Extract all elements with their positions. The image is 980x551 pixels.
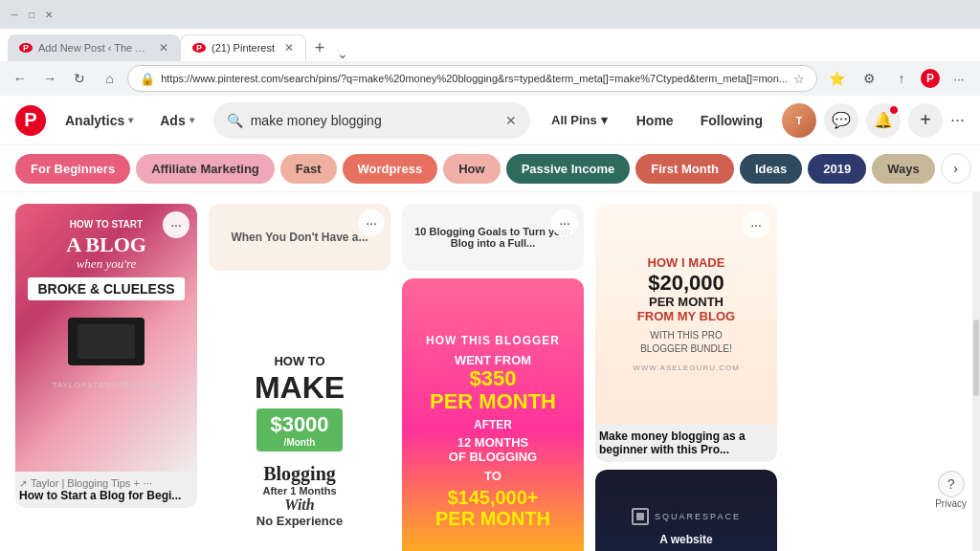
search-clear-icon[interactable]: ✕	[505, 113, 517, 128]
pill-first-month[interactable]: First Month	[635, 154, 734, 184]
maximize-button[interactable]: □	[25, 8, 38, 21]
pins-column-1: HOW TO START A BLOG when you're BROKE & …	[15, 204, 197, 551]
pin-image-blog-start: HOW TO START A BLOG when you're BROKE & …	[15, 204, 197, 472]
category-pills: For Beginners Affiliate Marketing Fast W…	[0, 145, 980, 192]
messages-button[interactable]: 💬	[824, 103, 858, 138]
header-actions: T 💬 🔔 + ···	[782, 103, 965, 138]
tab-favicon-1: P	[19, 43, 33, 53]
new-tab-button[interactable]: +	[306, 34, 333, 61]
pin-image-blogger-went: HOW THIS BLOGGER WENT FROM $350PER MONTH…	[402, 278, 584, 551]
pin-card-squarespace[interactable]: SQUARESPACE A website	[595, 470, 777, 551]
tab-wordpress[interactable]: P Add New Post ‹ The Tex-Me... ✕	[8, 34, 180, 61]
pin-title-1: How to Start a Blog for Begi...	[19, 489, 193, 502]
tab-bar: P Add New Post ‹ The Tex-Me... ✕ P (21) …	[0, 29, 980, 61]
tab-label-1: Add New Post ‹ The Tex-Me...	[38, 42, 149, 54]
user-initial: T	[796, 115, 803, 126]
back-button[interactable]: ←	[8, 65, 32, 92]
more-tools-button[interactable]: ···	[946, 65, 972, 92]
pill-fast[interactable]: Fast	[280, 154, 337, 184]
pill-label: Ways	[887, 162, 919, 176]
address-bar-row: ← → ↻ ⌂ 🔒 https://www.pinterest.com/sear…	[0, 61, 980, 96]
pills-next-button[interactable]: ›	[941, 153, 971, 184]
content-area: HOW TO START A BLOG when you're BROKE & …	[0, 192, 980, 551]
url-display: https://www.pinterest.com/search/pins/?q…	[161, 73, 788, 84]
search-bar[interactable]: 🔍 ✕	[213, 102, 530, 139]
share-icon[interactable]: ↑	[888, 65, 915, 92]
pin-card-how-to-make[interactable]: HOW TO MAKE $3000 /Month Blogging After …	[209, 278, 390, 551]
pin-text-how-to: HOW TO START	[70, 219, 143, 230]
browser-window: ─ □ ✕ P Add New Post ‹ The Tex-Me... ✕ P…	[0, 0, 980, 551]
pins-column-4: HOW I MADE $20,000 PER MONTH FROM MY BLO…	[595, 204, 777, 551]
pin-how-i-made-content: HOW I MADE $20,000 PER MONTH FROM MY BLO…	[633, 255, 740, 372]
pins-column-2: When You Don't Have a... ··· HOW TO MAKE…	[209, 204, 390, 551]
pill-passive-income[interactable]: Passive Income	[506, 154, 631, 184]
pin-image-how-to-make: HOW TO MAKE $3000 /Month Blogging After …	[209, 278, 390, 551]
pin-blogger-content: HOW THIS BLOGGER WENT FROM $350PER MONTH…	[416, 324, 569, 539]
address-bar[interactable]: 🔒 https://www.pinterest.com/search/pins/…	[127, 65, 817, 92]
pin-card-blog-start[interactable]: HOW TO START A BLOG when you're BROKE & …	[15, 204, 197, 508]
settings-icon[interactable]: ⚙	[856, 65, 882, 92]
bookmark-icon[interactable]: ☆	[793, 72, 805, 86]
pill-for-beginners[interactable]: For Beginners	[15, 154, 130, 184]
search-icon: 🔍	[227, 113, 243, 128]
pill-ways[interactable]: Ways	[872, 154, 934, 184]
pins-column-3: 10 Blogging Goals to Turn your Blog into…	[402, 204, 584, 551]
notifications-button[interactable]: 🔔	[866, 103, 901, 138]
pins-container: HOW TO START A BLOG when you're BROKE & …	[0, 192, 972, 551]
pill-2019[interactable]: 2019	[808, 154, 866, 184]
pin-more-button-1[interactable]: ···	[163, 211, 189, 238]
pin-card-10-goals[interactable]: 10 Blogging Goals to Turn your Blog into…	[402, 204, 584, 271]
tab-list-button[interactable]: ⌄	[337, 46, 348, 61]
all-pins-button[interactable]: All Pins ▾	[542, 107, 617, 133]
tab-close-2[interactable]: ✕	[284, 41, 294, 55]
pin-text-when: when you're	[77, 256, 137, 272]
scrollbar-thumb[interactable]	[973, 320, 979, 396]
refresh-button[interactable]: ↻	[68, 65, 92, 92]
extensions-icon[interactable]: ⭐	[823, 65, 850, 92]
pin-card-how-i-made[interactable]: HOW I MADE $20,000 PER MONTH FROM MY BLO…	[595, 204, 777, 462]
ads-label: Ads	[160, 113, 185, 128]
browser-actions: ⭐ ⚙ ↑ P ···	[823, 65, 972, 92]
user-avatar[interactable]: T	[782, 103, 816, 138]
tab-close-1[interactable]: ✕	[159, 41, 168, 55]
pin-more-button-3[interactable]: ···	[551, 209, 578, 236]
add-button[interactable]: +	[908, 103, 943, 138]
privacy-icon[interactable]: ?	[938, 471, 965, 497]
pin-more-button-4[interactable]: ···	[743, 211, 769, 238]
pill-label: Ideas	[755, 162, 787, 176]
pill-wordpress[interactable]: Wordpress	[343, 154, 438, 184]
ads-nav[interactable]: Ads ▾	[152, 107, 201, 134]
scrollbar[interactable]	[972, 192, 980, 551]
pinterest-logo[interactable]: P	[15, 105, 46, 136]
home-button[interactable]: ⌂	[98, 65, 122, 92]
title-bar: ─ □ ✕	[0, 0, 980, 29]
home-nav[interactable]: Home	[629, 107, 681, 134]
more-options-button[interactable]: ···	[950, 110, 965, 130]
pill-how[interactable]: How	[443, 154, 500, 184]
analytics-label: Analytics	[65, 113, 124, 128]
pill-label: Wordpress	[358, 162, 423, 176]
pill-ideas[interactable]: Ideas	[740, 154, 802, 184]
minimize-button[interactable]: ─	[8, 8, 21, 21]
pinterest-app: P Analytics ▾ Ads ▾ 🔍 ✕ All Pins ▾ Home …	[0, 96, 980, 551]
analytics-chevron: ▾	[128, 115, 133, 125]
search-input[interactable]	[251, 113, 498, 128]
pin-link-icon: ↗	[19, 478, 27, 489]
forward-button[interactable]: →	[37, 65, 61, 92]
analytics-nav[interactable]: Analytics ▾	[57, 107, 141, 134]
pin-domain: TAYLORSTANFORD.COM	[52, 381, 160, 389]
pin-more-button-2[interactable]: ···	[358, 209, 385, 236]
pin-card-when-you-dont[interactable]: When You Don't Have a... ···	[209, 204, 390, 271]
pinterest-browser-icon[interactable]: P	[921, 69, 940, 88]
following-nav[interactable]: Following	[693, 107, 770, 134]
pin-image-squarespace: SQUARESPACE A website	[595, 470, 777, 551]
tab-pinterest[interactable]: P (21) Pinterest ✕	[180, 34, 306, 61]
close-button[interactable]: ✕	[42, 8, 56, 21]
pill-label: Passive Income	[522, 162, 615, 176]
pin-user-more[interactable]: ···	[144, 477, 152, 489]
pin-card-blogger-went-from[interactable]: HOW THIS BLOGGER WENT FROM $350PER MONTH…	[402, 278, 584, 551]
pin-title-4: Make money blogging as a beginner with t…	[599, 430, 773, 456]
pin-user-1: Taylor | Blogging Tips +	[31, 477, 140, 489]
squarespace-logo-row: SQUARESPACE	[632, 508, 741, 525]
pill-affiliate-marketing[interactable]: Affiliate Marketing	[136, 154, 275, 184]
